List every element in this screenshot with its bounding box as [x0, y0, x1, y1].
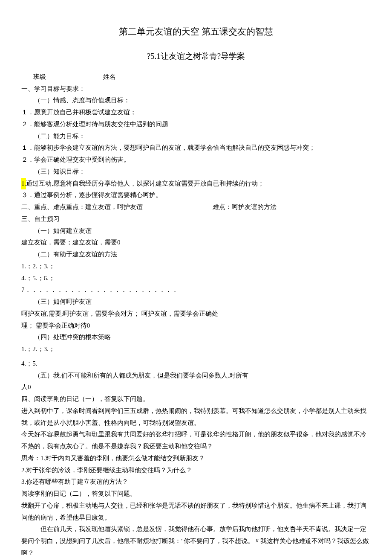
section-4-q1: 思考：1.对于内向又害羞的李刚，他要怎么做才能结交到新朋友？ — [21, 453, 371, 465]
line-3-5: 呵护友谊,需要;呵护友谊，需要学会对方； 呵护友谊，需要学会正确处 — [21, 308, 371, 320]
line-3-1: 建立友谊，需要；建立友谊，需要0 — [21, 237, 371, 249]
sub-1-1: （一）情感、态度与价值观目标： — [21, 95, 371, 107]
section-4-p2: 今天好不容易鼓起勇气和班里跟我有共同爱好的张华打招呼，可是张华的性格开朗，他的朋… — [21, 429, 371, 453]
class-label: 班级 — [33, 73, 46, 80]
section-5-heading: 阅读李刚的日记（二），答复以下问题。 — [21, 488, 371, 500]
line-3-4: 7．．．．．．．．．．．．．．．．．．．．．．．． — [21, 284, 371, 296]
section-4-heading: 四、阅读李刚的日记（一），答复以下问题。 — [21, 393, 371, 405]
line-3-6: 理； 需要学会正确对待0 — [21, 320, 371, 332]
line-3-7: 1.；2.；3.； — [21, 343, 371, 355]
line-3-2: 1.；2.；3.； — [21, 261, 371, 273]
section-2-right: 难点：呵护友谊的方法 — [213, 201, 277, 213]
line-3-9: 人0 — [21, 381, 371, 393]
section-1-heading: 一、学习目标与要求： — [21, 83, 371, 95]
highlight-marker: 1. — [21, 178, 26, 190]
section-2: 二、重点、难点重点：建立友谊，呵护友谊 难点：呵护友谊的方法 — [21, 201, 371, 213]
sub-3-3: （三）如何呵护友谊 — [21, 296, 371, 308]
lesson-title: ?5.1让友谊之树常青?导学案 — [21, 49, 371, 64]
section-4-p1: 进入到初中了，课余时间看到同学们三五成群，热热闹闹的，我特别羡慕。可我不知道怎么… — [21, 405, 371, 429]
sub-3-5: （五）我.们不可能和所有的人都成为朋友，但是我们要学会同多数人,对所有 — [21, 370, 371, 382]
item-1-2: ２．能够客观分析处理对待与朋友交往中遇到的问题 — [21, 119, 371, 131]
item-1-1: １．愿意开放自己并积极尝试建立友谊； — [21, 107, 371, 119]
item-1-4: ２．学会正确处理交友中受到的伤害。 — [21, 154, 371, 166]
unit-title: 第二单元友谊的天空 第五课交友的智慧 — [21, 23, 371, 40]
item-1-6: ３．通过事例分析，逐步懂得友谊需要精心呵护。 — [21, 189, 371, 201]
sub-1-2: （二）能力目标： — [21, 131, 371, 142]
item-1-3: １．能够初步学会建立友谊的方法，要想呵护自己的友谊，就要学会恰当地解决自己的交友… — [21, 142, 371, 154]
sub-3-1: （一）如何建立友谊 — [21, 225, 371, 237]
student-info-line: 班级 姓名 — [21, 71, 371, 83]
section-5-p2: 但在前几天，我发现他眉头紧锁，总是发愣，我觉得他有心事。放学后我向他打听，他支吾… — [21, 523, 371, 555]
line-3-8: 4.；5. — [21, 358, 371, 370]
line-3-3: 4.；5.；6.； — [21, 273, 371, 285]
item-1-5-text: 通过互动,愿意将自我经历分享给他人，以探讨建立友谊需要开放自已和持续的行动； — [26, 180, 264, 187]
sub-3-2: （二）有助于建立友谊的方法 — [21, 249, 371, 261]
section-4-q2: 2.对于张华的冷淡，李刚还要继续主动和他交往吗？为什么？ — [21, 465, 371, 477]
name-label: 姓名 — [103, 71, 116, 83]
sub-3-4: （四）处理冲突的根本策略 — [21, 331, 371, 343]
section-5-p1: 我翻开了心扉，积极主动地与人交往，已经和张华是无话不谈的好朋友了，我特别珍惜这个… — [21, 500, 371, 524]
section-4-q3: 3.你还有哪些有助于建立友谊的方法？ — [21, 476, 371, 488]
section-2-left: 二、重点、难点重点：建立友谊，呵护友谊 — [21, 203, 143, 210]
item-1-5: 1.通过互动,愿意将自我经历分享给他人，以探讨建立友谊需要开放自已和持续的行动； — [21, 178, 371, 190]
sub-1-3: （三）知识目标： — [21, 166, 371, 178]
section-3-heading: 三、自主预习 — [21, 213, 371, 225]
